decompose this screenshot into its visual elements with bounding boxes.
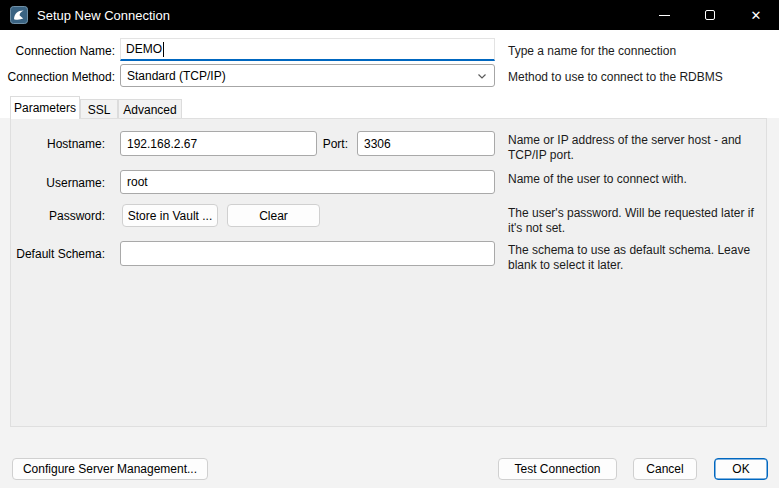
default-schema-input[interactable] <box>120 241 495 266</box>
username-input[interactable] <box>120 170 495 194</box>
title-bar: Setup New Connection ✕ <box>0 0 779 30</box>
connection-method-label: Connection Method: <box>0 70 115 84</box>
maximize-icon <box>705 10 715 20</box>
ok-button[interactable]: OK <box>714 458 768 480</box>
connection-name-label: Connection Name: <box>0 44 115 58</box>
default-schema-label: Default Schema: <box>0 247 105 261</box>
store-in-vault-button[interactable]: Store in Vault ... <box>122 204 218 227</box>
connection-method-select[interactable]: Standard (TCP/IP) <box>120 64 495 87</box>
tab-parameters[interactable]: Parameters <box>10 96 80 119</box>
test-connection-button[interactable]: Test Connection <box>498 458 617 480</box>
setup-new-connection-dialog: Setup New Connection ✕ Connection Name: … <box>0 0 779 488</box>
tab-advanced[interactable]: Advanced <box>118 99 182 119</box>
connection-method-help: Method to use to connect to the RDBMS <box>508 70 779 85</box>
configure-server-management-button[interactable]: Configure Server Management... <box>12 458 208 480</box>
close-icon: ✕ <box>751 9 762 22</box>
minimize-button[interactable] <box>641 0 687 30</box>
hostname-label: Hostname: <box>0 137 105 151</box>
hostname-help: Name or IP address of the server host - … <box>508 133 766 163</box>
port-input[interactable] <box>357 131 495 156</box>
clear-password-button[interactable]: Clear <box>227 204 320 227</box>
window-title: Setup New Connection <box>37 8 170 23</box>
username-help: Name of the user to connect with. <box>508 172 766 187</box>
mysql-workbench-icon <box>10 6 28 24</box>
username-label: Username: <box>0 176 105 190</box>
port-label: Port: <box>300 137 348 151</box>
window-controls: ✕ <box>641 0 779 30</box>
tab-ssl[interactable]: SSL <box>80 99 118 119</box>
maximize-button[interactable] <box>687 0 733 30</box>
connection-name-input[interactable] <box>120 38 495 61</box>
chevron-down-icon <box>476 70 488 82</box>
connection-name-help: Type a name for the connection <box>508 44 773 59</box>
connection-method-value: Standard (TCP/IP) <box>127 69 476 83</box>
hostname-input[interactable] <box>120 131 317 156</box>
cancel-button[interactable]: Cancel <box>633 458 697 480</box>
minimize-icon <box>659 15 670 16</box>
password-label: Password: <box>0 209 105 223</box>
close-button[interactable]: ✕ <box>733 0 779 30</box>
text-caret <box>163 42 164 57</box>
default-schema-help: The schema to use as default schema. Lea… <box>508 243 766 273</box>
password-help: The user's password. Will be requested l… <box>508 206 766 236</box>
